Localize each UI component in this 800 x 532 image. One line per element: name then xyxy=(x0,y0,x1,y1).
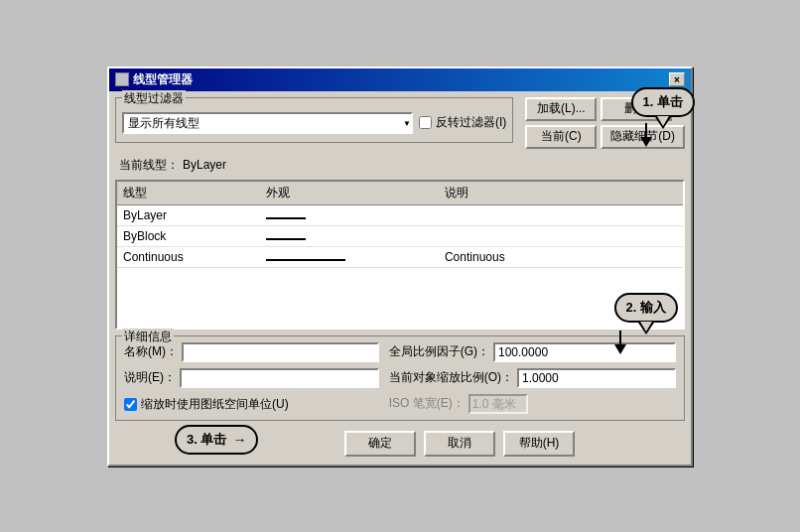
col-header-name: 线型 xyxy=(121,184,264,202)
table-empty-space xyxy=(117,268,683,328)
current-linetype-value: ByLayer xyxy=(183,158,226,172)
current-scale-input[interactable] xyxy=(517,368,676,388)
current-scale-row: 当前对象缩放比例(O)： xyxy=(389,368,676,388)
invert-filter-row: 反转过滤器(I) xyxy=(419,114,506,131)
table-row[interactable]: ByBlock xyxy=(117,226,683,247)
right-button-group: 加载(L)... 删除 当前(C) 隐藏细节(D) 1. 单击 xyxy=(525,97,685,149)
details-group: 详细信息 2. 输入 名称(M)： 说明(E)： xyxy=(115,335,685,421)
row-appearance-bylayer xyxy=(264,207,443,223)
iso-pen-row: ISO 笔宽(E)： 1.0 毫米 xyxy=(389,394,676,414)
description-label: 说明(E)： xyxy=(124,369,176,386)
details-group-label: 详细信息 xyxy=(122,329,174,345)
invert-filter-label: 反转过滤器(I) xyxy=(436,114,506,131)
ok-button[interactable]: 确定 xyxy=(344,431,416,457)
row-desc-byblock xyxy=(443,235,679,237)
close-button[interactable]: × xyxy=(669,72,685,86)
name-input[interactable] xyxy=(182,342,379,362)
window-icon xyxy=(115,72,129,86)
description-input[interactable] xyxy=(180,368,379,388)
scale-checkbox[interactable] xyxy=(124,398,137,411)
col-header-appearance: 外观 xyxy=(264,184,443,202)
filter-group-label: 线型过滤器 xyxy=(122,90,186,107)
load-button[interactable]: 加载(L)... xyxy=(525,97,597,121)
row-name-bylayer: ByLayer xyxy=(121,207,264,223)
table-row[interactable]: ByLayer xyxy=(117,205,683,226)
annotation-arrow1 xyxy=(640,123,652,147)
description-field-row: 说明(E)： xyxy=(124,368,379,388)
col-header-description: 说明 xyxy=(443,184,679,202)
cancel-button[interactable]: 取消 xyxy=(424,431,495,457)
scale-checkbox-label: 缩放时使用图纸空间单位(U) xyxy=(141,396,289,413)
table-header: 线型 外观 说明 xyxy=(117,182,683,205)
annotation-step2: 2. 输入 xyxy=(614,293,678,323)
main-window: 线型管理器 × 线型过滤器 显示所有线型 ▼ 反转过滤器(I) xyxy=(107,66,693,466)
linetype-filter-select-wrapper[interactable]: 显示所有线型 ▼ xyxy=(122,112,413,134)
current-linetype-label: 当前线型： xyxy=(119,157,179,174)
window-title: 线型管理器 xyxy=(133,71,193,88)
current-button[interactable]: 当前(C) xyxy=(525,125,597,149)
global-scale-label: 全局比例因子(G)： xyxy=(389,343,489,360)
row-appearance-continuous xyxy=(264,249,443,265)
row-desc-continuous: Continuous xyxy=(443,249,679,265)
iso-select-wrapper[interactable]: 1.0 毫米 xyxy=(468,394,528,414)
title-bar: 线型管理器 × xyxy=(109,68,691,91)
row-name-byblock: ByBlock xyxy=(121,228,264,244)
annotation-arrow2 xyxy=(614,331,626,354)
scale-checkbox-row: 缩放时使用图纸空间单位(U) xyxy=(124,396,379,413)
iso-pen-label: ISO 笔宽(E)： xyxy=(389,395,465,412)
bottom-buttons: 3. 单击 → 确定 取消 帮助(H) xyxy=(115,427,685,459)
current-scale-label: 当前对象缩放比例(O)： xyxy=(389,369,513,386)
name-field-row: 名称(M)： xyxy=(124,342,379,362)
linetype-filter-select[interactable]: 显示所有线型 xyxy=(122,112,413,134)
row-name-continuous: Continuous xyxy=(121,249,264,265)
annotation-arrow3-icon: → xyxy=(232,432,246,448)
current-linetype-row: 当前线型： ByLayer xyxy=(115,155,685,176)
row-appearance-byblock xyxy=(264,228,443,244)
linetype-table: 线型 外观 说明 ByLayer ByBlock xyxy=(115,180,685,330)
invert-filter-checkbox[interactable] xyxy=(419,116,432,129)
global-scale-input[interactable] xyxy=(493,342,676,362)
help-button[interactable]: 帮助(H) xyxy=(503,431,575,457)
global-scale-row: 全局比例因子(G)： xyxy=(389,342,676,362)
annotation-step3: 3. 单击 → xyxy=(175,425,258,455)
annotation-step1: 1. 单击 xyxy=(631,87,695,117)
table-body: ByLayer ByBlock Continuous xyxy=(117,205,683,328)
name-label: 名称(M)： xyxy=(124,343,178,360)
iso-select[interactable]: 1.0 毫米 xyxy=(468,394,528,414)
row-desc-bylayer xyxy=(443,214,679,216)
table-row[interactable]: Continuous Continuous xyxy=(117,247,683,268)
